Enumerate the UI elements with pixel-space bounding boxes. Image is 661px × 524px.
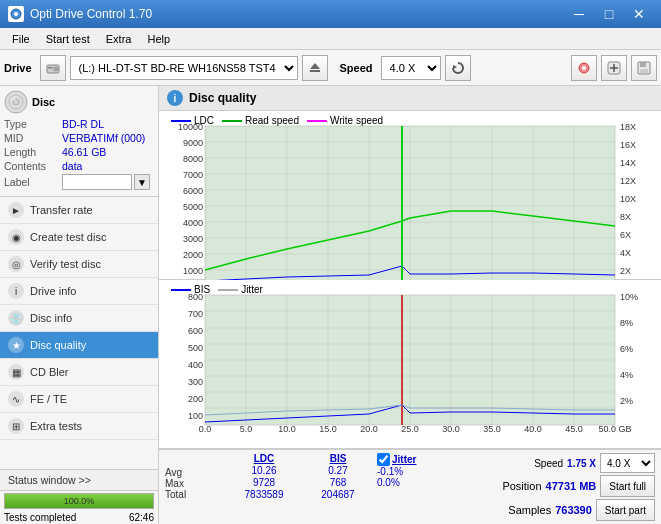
status-window-button[interactable]: Status window >> bbox=[0, 470, 158, 491]
sidebar-item-cd-bler[interactable]: ▦ CD Bler bbox=[0, 359, 158, 386]
minimize-button[interactable]: ─ bbox=[565, 3, 593, 25]
bis-max: 768 bbox=[303, 477, 373, 488]
disc-type-row: Type BD-R DL bbox=[4, 118, 154, 130]
title-bar: Opti Drive Control 1.70 ─ □ ✕ bbox=[0, 0, 661, 28]
speed-select-stats[interactable]: 4.0 X bbox=[600, 453, 655, 473]
disc-panel-title: Disc bbox=[32, 96, 55, 108]
sidebar-item-disc-info[interactable]: 💿 Disc info bbox=[0, 305, 158, 332]
verify-test-disc-icon: ◎ bbox=[8, 256, 24, 272]
sidebar-item-extra-tests[interactable]: ⊞ Extra tests bbox=[0, 413, 158, 440]
ldc-avg: 10.26 bbox=[229, 465, 299, 476]
create-test-disc-icon: ◉ bbox=[8, 229, 24, 245]
disc-type-value: BD-R DL bbox=[62, 118, 104, 130]
total-label: Total bbox=[165, 489, 225, 500]
svg-rect-14 bbox=[640, 62, 646, 67]
top-chart-svg: 10000 9000 8000 7000 6000 5000 4000 3000… bbox=[159, 111, 661, 296]
drive-select[interactable]: (L:) HL-DT-ST BD-RE WH16NS58 TST4 bbox=[70, 56, 298, 80]
title-bar-controls: ─ □ ✕ bbox=[565, 3, 653, 25]
svg-text:8X: 8X bbox=[620, 212, 631, 222]
disc-label-button[interactable]: ▼ bbox=[134, 174, 150, 190]
menu-file[interactable]: File bbox=[4, 31, 38, 47]
samples-label: Samples bbox=[508, 504, 551, 516]
svg-point-19 bbox=[15, 101, 18, 104]
svg-text:6%: 6% bbox=[620, 344, 633, 354]
disc-mid-row: MID VERBATIMf (000) bbox=[4, 132, 154, 144]
start-part-button[interactable]: Start part bbox=[596, 499, 655, 521]
disc-contents-row: Contents data bbox=[4, 160, 154, 172]
sidebar-item-drive-info[interactable]: i Drive info bbox=[0, 278, 158, 305]
disc-mid-value: VERBATIMf (000) bbox=[62, 132, 145, 144]
settings-button1[interactable] bbox=[571, 55, 597, 81]
legend-bis-label: BIS bbox=[194, 284, 210, 295]
sidebar-item-create-test-disc[interactable]: ◉ Create test disc bbox=[0, 224, 158, 251]
svg-text:4X: 4X bbox=[620, 248, 631, 258]
svg-text:3000: 3000 bbox=[183, 234, 203, 244]
legend-read-speed-color bbox=[222, 120, 242, 122]
disc-label-input[interactable] bbox=[62, 174, 132, 190]
svg-text:400: 400 bbox=[188, 360, 203, 370]
ldc-total: 7833589 bbox=[229, 489, 299, 500]
sidebar-item-verify-test-disc[interactable]: ◎ Verify test disc bbox=[0, 251, 158, 278]
position-value: 47731 MB bbox=[546, 480, 597, 492]
sidebar-item-transfer-rate[interactable]: ► Transfer rate bbox=[0, 197, 158, 224]
svg-text:50.0 GB: 50.0 GB bbox=[598, 424, 631, 434]
disc-panel: Disc Type BD-R DL MID VERBATIMf (000) Le… bbox=[0, 86, 158, 197]
menu-help[interactable]: Help bbox=[139, 31, 178, 47]
sidebar-item-label-disc-info: Disc info bbox=[30, 312, 72, 324]
disc-quality-title: Disc quality bbox=[189, 91, 256, 105]
start-full-button[interactable]: Start full bbox=[600, 475, 655, 497]
speed-row: Speed 1.75 X 4.0 X bbox=[534, 453, 655, 473]
svg-text:10%: 10% bbox=[620, 292, 638, 302]
svg-marker-7 bbox=[453, 65, 457, 69]
bottom-legend: BIS Jitter bbox=[163, 282, 271, 297]
jitter-col: Jitter -0.1% 0.0% bbox=[377, 453, 457, 488]
bottom-chart-svg: 800 700 600 500 400 300 200 100 10% 8% 6… bbox=[159, 280, 661, 435]
maximize-button[interactable]: □ bbox=[595, 3, 623, 25]
sidebar-item-label-create-test-disc: Create test disc bbox=[30, 231, 106, 243]
speed-label: Speed bbox=[534, 458, 563, 469]
disc-quality-icon: ★ bbox=[8, 337, 24, 353]
svg-text:7000: 7000 bbox=[183, 170, 203, 180]
svg-text:600: 600 bbox=[188, 326, 203, 336]
disc-length-row: Length 46.61 GB bbox=[4, 146, 154, 158]
drive-label: Drive bbox=[4, 62, 32, 74]
top-legend: LDC Read speed Write speed bbox=[163, 113, 391, 128]
svg-text:2%: 2% bbox=[620, 396, 633, 406]
samples-row: Samples 763390 Start part bbox=[508, 499, 655, 521]
sidebar-item-disc-quality[interactable]: ★ Disc quality bbox=[0, 332, 158, 359]
jitter-checkbox[interactable] bbox=[377, 453, 390, 466]
jitter-avg: -0.1% bbox=[377, 466, 403, 477]
drive-info-icon: i bbox=[8, 283, 24, 299]
toolbar: Drive (L:) HL-DT-ST BD-RE WH16NS58 TST4 … bbox=[0, 50, 661, 86]
speed-label: Speed bbox=[340, 62, 373, 74]
svg-text:2000: 2000 bbox=[183, 250, 203, 260]
legend-write-speed-label: Write speed bbox=[330, 115, 383, 126]
svg-text:4%: 4% bbox=[620, 370, 633, 380]
speed-select-toolbar[interactable]: 4.0 X bbox=[381, 56, 441, 80]
samples-value: 763390 bbox=[555, 504, 592, 516]
svg-text:6000: 6000 bbox=[183, 186, 203, 196]
settings-button2[interactable] bbox=[601, 55, 627, 81]
svg-text:9000: 9000 bbox=[183, 138, 203, 148]
legend-jitter-color bbox=[218, 289, 238, 291]
sidebar-item-label-transfer-rate: Transfer rate bbox=[30, 204, 93, 216]
svg-text:8000: 8000 bbox=[183, 154, 203, 164]
eject-button[interactable] bbox=[302, 55, 328, 81]
svg-text:4000: 4000 bbox=[183, 218, 203, 228]
refresh-button[interactable] bbox=[445, 55, 471, 81]
drive-icon-button[interactable] bbox=[40, 55, 66, 81]
status-bar: Status window >> 100.0% Tests completed … bbox=[0, 469, 158, 524]
bottom-chart-area: BIS Jitter bbox=[159, 280, 661, 449]
cd-bler-icon: ▦ bbox=[8, 364, 24, 380]
svg-text:20.0: 20.0 bbox=[360, 424, 378, 434]
svg-text:40.0: 40.0 bbox=[524, 424, 542, 434]
disc-info-icon: 💿 bbox=[8, 310, 24, 326]
save-button[interactable] bbox=[631, 55, 657, 81]
nav-items: ► Transfer rate ◉ Create test disc ◎ Ver… bbox=[0, 197, 158, 440]
menu-start-test[interactable]: Start test bbox=[38, 31, 98, 47]
close-button[interactable]: ✕ bbox=[625, 3, 653, 25]
menu-extra[interactable]: Extra bbox=[98, 31, 140, 47]
sidebar-item-fe-te[interactable]: ∿ FE / TE bbox=[0, 386, 158, 413]
disc-type-label: Type bbox=[4, 118, 62, 130]
title-bar-left: Opti Drive Control 1.70 bbox=[8, 6, 152, 22]
